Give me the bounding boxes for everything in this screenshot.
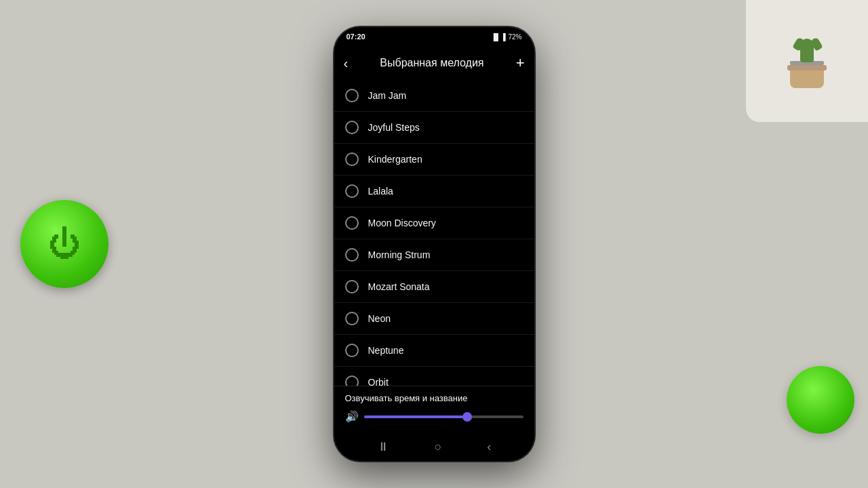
ringtone-name: Neon <box>368 313 391 324</box>
decorative-green-circle-right <box>787 366 854 434</box>
ringtone-item[interactable]: Mozart Sonata <box>334 271 534 303</box>
bottom-section: Озвучивать время и название 🔊 <box>334 386 534 432</box>
ringtone-name: Morning Strum <box>368 249 431 260</box>
ringtone-list: Jam JamJoyful StepsKindergartenLalalaMoo… <box>334 80 534 386</box>
phone-screen: 07:20 ▐▌▐ 72% ‹ Выбранная мелодия + Jam … <box>334 27 534 461</box>
ringtone-item[interactable]: Orbit <box>334 367 534 386</box>
pause-nav-button[interactable]: ⏸ <box>377 440 389 454</box>
ringtone-name: Orbit <box>368 377 389 386</box>
radio-button[interactable] <box>345 375 359 386</box>
ringtone-name: Mozart Sonata <box>368 281 430 292</box>
back-button[interactable]: ‹ <box>344 56 349 71</box>
radio-button[interactable] <box>345 184 359 198</box>
ringtone-name: Kindergarten <box>368 154 422 165</box>
ringtone-item[interactable]: Jam Jam <box>334 80 534 112</box>
ringtone-item[interactable]: Kindergarten <box>334 144 534 176</box>
volume-icon: 🔊 <box>345 410 359 423</box>
announce-label: Озвучивать время и название <box>345 393 524 403</box>
radio-button[interactable] <box>345 121 359 134</box>
volume-row: 🔊 <box>345 410 524 423</box>
ringtone-item[interactable]: Moon Discovery <box>334 207 534 239</box>
ringtone-name: Neptune <box>368 345 404 356</box>
ringtone-name: Lalala <box>368 186 393 197</box>
radio-button[interactable] <box>345 312 359 325</box>
ringtone-name: Moon Discovery <box>368 218 436 228</box>
radio-button[interactable] <box>345 216 359 230</box>
ringtone-name: Joyful Steps <box>368 122 420 133</box>
ringtone-item[interactable]: Morning Strum <box>334 239 534 271</box>
volume-thumb <box>462 412 472 422</box>
radio-button[interactable] <box>345 280 359 293</box>
app-header: ‹ Выбранная мелодия + <box>334 46 534 80</box>
signal-icon: ▐▌▐ <box>491 33 505 41</box>
radio-button[interactable] <box>345 89 359 102</box>
back-nav-button[interactable]: ‹ <box>487 440 491 454</box>
ringtone-name: Jam Jam <box>368 90 407 101</box>
radio-button[interactable] <box>345 344 359 357</box>
battery-icon: 72% <box>508 33 521 41</box>
home-nav-button[interactable]: ○ <box>435 440 442 454</box>
decorative-power-button-left: ⏻ <box>20 200 108 288</box>
ringtone-item[interactable]: Lalala <box>334 176 534 207</box>
radio-button[interactable] <box>345 248 359 262</box>
volume-track[interactable] <box>364 415 524 418</box>
status-icons: ▐▌▐ 72% <box>491 33 521 41</box>
ringtone-item[interactable]: Neptune <box>334 335 534 367</box>
status-bar: 07:20 ▐▌▐ 72% <box>334 27 534 46</box>
ringtone-item[interactable]: Joyful Steps <box>334 112 534 144</box>
volume-fill <box>364 415 468 418</box>
nav-bar: ⏸ ○ ‹ <box>334 432 534 461</box>
ringtone-item[interactable]: Neon <box>334 303 534 335</box>
phone-device: 07:20 ▐▌▐ 72% ‹ Выбранная мелодия + Jam … <box>334 27 534 461</box>
cactus-decoration <box>746 0 868 122</box>
power-icon: ⏻ <box>48 228 81 260</box>
status-time: 07:20 <box>347 33 366 41</box>
add-button[interactable]: + <box>516 54 525 72</box>
screen-title: Выбранная мелодия <box>380 57 484 69</box>
radio-button[interactable] <box>345 152 359 166</box>
